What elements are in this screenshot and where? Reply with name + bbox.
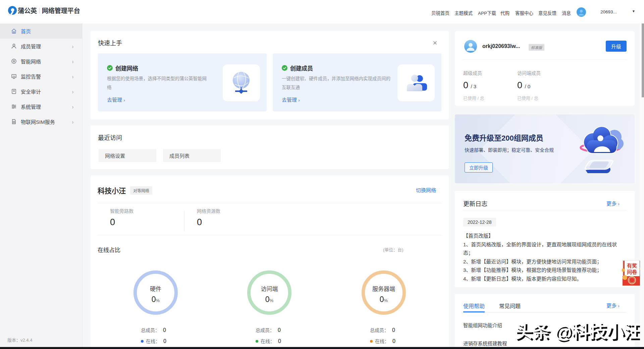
svg-text:问卷: 问卷 [627,269,637,275]
svg-text:有奖: 有奖 [627,263,637,268]
